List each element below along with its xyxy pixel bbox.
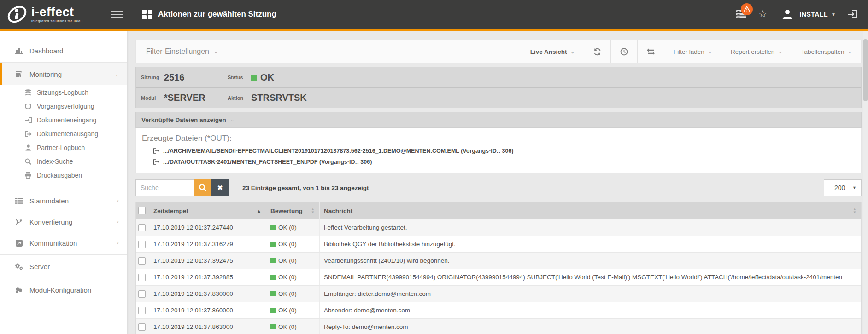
column-header-bewertung[interactable]: Bewertung ▲▼ bbox=[266, 202, 320, 219]
sidebar-item-server[interactable]: Server bbox=[0, 256, 127, 277]
table-header-row: Zeitstempel ▲ Bewertung ▲▼ Nachricht ▲▼ bbox=[136, 202, 861, 219]
file-link[interactable]: .../DATA/OUT/TASK-2401/MENTEN_FACTSHEET_… bbox=[153, 159, 861, 165]
sidebar-item-stammdaten[interactable]: Stammdaten ‹ bbox=[0, 190, 127, 211]
generated-files-panel: Erzeugte Dateien (*OUT): .../ARCHIVE/EMA… bbox=[135, 128, 862, 173]
divider bbox=[0, 278, 127, 278]
chevron-down-icon: ⌄ bbox=[230, 117, 234, 122]
cell-rating: OK (0) bbox=[266, 269, 320, 285]
sidebar-item-label: Stammdaten bbox=[29, 197, 69, 205]
sidebar-subitem-partner-logbuch[interactable]: Partner-Logbuch bbox=[0, 141, 127, 155]
row-checkbox[interactable] bbox=[138, 323, 146, 331]
sidebar-item-monitoring[interactable]: Monitoring ⌄ bbox=[0, 63, 127, 85]
row-checkbox[interactable] bbox=[138, 290, 146, 298]
generated-files-heading: Erzeugte Dateien (*OUT): bbox=[142, 134, 861, 143]
log-table: Zeitstempel ▲ Bewertung ▲▼ Nachricht ▲▼ … bbox=[135, 202, 862, 334]
favorites-button[interactable]: ☆ bbox=[758, 8, 768, 20]
ieffect-swoosh-icon bbox=[6, 5, 28, 24]
create-report-button[interactable]: Report erstellen ⌄ bbox=[721, 40, 792, 63]
sidebar-subitem-vorgangsverfolgung[interactable]: Vorgangsverfolgung bbox=[0, 99, 127, 113]
hamburger-icon[interactable] bbox=[111, 9, 123, 20]
list-icon bbox=[14, 198, 23, 204]
sign-in-icon bbox=[24, 117, 32, 123]
sort-asc-icon[interactable]: ▲ bbox=[257, 208, 261, 213]
cell-rating: OK (0) bbox=[266, 219, 320, 236]
app-logo[interactable]: i-effect integrated solutions for IBM i bbox=[0, 5, 90, 24]
table-row[interactable]: 17.10.2019 12:01:37.863000 OK (0) Reply-… bbox=[136, 318, 861, 334]
user-menu[interactable]: INSTALL ▼ bbox=[781, 8, 836, 20]
page-size-select[interactable]: 200 ▼ bbox=[824, 179, 862, 196]
row-checkbox[interactable] bbox=[138, 224, 146, 231]
modul-label: Modul bbox=[141, 95, 164, 101]
exchange-icon bbox=[647, 48, 655, 55]
export-file-icon bbox=[153, 159, 159, 165]
linked-files-toggle[interactable]: Verknüpfte Dateien anzeigen ⌄ bbox=[135, 112, 862, 128]
history-button[interactable] bbox=[610, 40, 637, 63]
alert-badge-icon[interactable] bbox=[741, 3, 753, 15]
sidebar-item-kommunikation[interactable]: Kommunikation ‹ bbox=[0, 232, 127, 253]
sidebar-subitem-sitzungs-logbuch[interactable]: Sitzungs-Logbuch bbox=[0, 86, 127, 99]
sort-icons[interactable]: ▲▼ bbox=[853, 207, 856, 214]
column-header-zeitstempel[interactable]: Zeitstempel ▲ bbox=[148, 202, 266, 219]
vertical-scrollbar[interactable] bbox=[863, 31, 868, 334]
cell-message: Empfänger: dieter.demo@menten.com bbox=[320, 286, 861, 302]
close-icon: ✖ bbox=[217, 184, 223, 191]
sidebar-subitem-dokumentenausgang[interactable]: Dokumentenausgang bbox=[0, 127, 127, 141]
select-all-checkbox[interactable] bbox=[138, 207, 146, 214]
row-checkbox[interactable] bbox=[138, 257, 146, 265]
filter-settings-label: Filter-Einstellungen bbox=[146, 47, 209, 56]
table-row[interactable]: 17.10.2019 12:01:37.860000 OK (0) Absend… bbox=[136, 302, 861, 318]
code-branch-icon bbox=[14, 219, 23, 225]
file-link[interactable]: .../ARCHIVE/EMAIL/SEND/I-EFFECTMAILCLIEN… bbox=[153, 148, 861, 154]
search-input[interactable] bbox=[135, 179, 194, 196]
filter-settings-toggle[interactable]: Filter-Einstellungen ⌄ bbox=[136, 40, 218, 63]
gears-icon bbox=[14, 263, 23, 270]
cell-rating: OK (0) bbox=[266, 286, 320, 302]
export-file-icon bbox=[153, 148, 159, 154]
sidebar-subitem-druckausgaben[interactable]: Druckausgaben bbox=[0, 168, 127, 182]
clear-search-button[interactable]: ✖ bbox=[211, 179, 229, 196]
refresh-button[interactable] bbox=[584, 40, 610, 63]
sort-icons[interactable]: ▲▼ bbox=[311, 207, 315, 214]
cell-rating: OK (0) bbox=[266, 319, 320, 334]
sidebar-item-konvertierung[interactable]: Konvertierung ‹ bbox=[0, 211, 127, 232]
table-row[interactable]: 17.10.2019 12:01:37.830000 OK (0) Empfän… bbox=[136, 285, 861, 302]
live-view-button[interactable]: Live Ansicht ⌄ bbox=[521, 40, 584, 63]
cell-timestamp: 17.10.2019 12:01:37.863000 bbox=[148, 319, 266, 334]
sidebar-item-modul-konfiguration[interactable]: Modul-Konfiguration bbox=[0, 279, 127, 300]
sidebar-subitem-dokumenteneingang[interactable]: Dokumenteneingang bbox=[0, 113, 127, 127]
search-icon bbox=[199, 184, 206, 191]
table-row[interactable]: 17.10.2019 12:01:37.316279 OK (0) Biblio… bbox=[136, 236, 861, 252]
row-checkbox[interactable] bbox=[138, 274, 146, 281]
row-checkbox[interactable] bbox=[138, 307, 146, 314]
row-checkbox[interactable] bbox=[138, 241, 146, 248]
divider bbox=[0, 62, 127, 63]
scrollbar-thumb[interactable] bbox=[863, 39, 868, 101]
chevron-down-icon: ⌄ bbox=[848, 49, 852, 54]
sidebar-item-label: Modul-Konfiguration bbox=[29, 286, 91, 294]
load-filter-button[interactable]: Filter laden ⌄ bbox=[664, 40, 721, 63]
sign-out-icon bbox=[24, 131, 32, 137]
sidebar-item-label: Konvertierung bbox=[29, 218, 72, 226]
logout-button[interactable] bbox=[848, 9, 858, 19]
table-row[interactable]: 17.10.2019 12:01:37.392475 OK (0) Vearbe… bbox=[136, 252, 861, 269]
ok-square-icon bbox=[270, 291, 276, 296]
result-summary: 23 Einträge gesamt, von 1 bis 23 angezei… bbox=[242, 184, 369, 191]
table-row[interactable]: 17.10.2019 12:01:37.392885 OK (0) SNDEMA… bbox=[136, 269, 861, 285]
ok-square-icon bbox=[270, 308, 276, 313]
logout-icon bbox=[848, 9, 858, 19]
cell-message: Reply-To: demo@menten.com bbox=[320, 319, 861, 334]
search-button[interactable] bbox=[194, 179, 211, 196]
table-row[interactable]: 17.10.2019 12:01:37.247440 OK (0) i-effe… bbox=[136, 219, 861, 236]
sidebar-item-dashboard[interactable]: Dashboard bbox=[0, 40, 127, 61]
cell-message: Absender: demo@menten.com bbox=[320, 302, 861, 318]
chevron-down-icon: ⌄ bbox=[778, 49, 782, 54]
sidebar-subitem-index-suche[interactable]: Index-Suche bbox=[0, 155, 127, 168]
exchange-button[interactable] bbox=[637, 40, 664, 63]
column-header-nachricht[interactable]: Nachricht ▲▼ bbox=[320, 202, 861, 219]
chevron-down-icon: ⌄ bbox=[115, 71, 119, 77]
divider bbox=[0, 254, 127, 255]
server-status-button[interactable] bbox=[736, 10, 746, 19]
cell-message: i-effect Verarbeitung gestartet. bbox=[320, 219, 861, 236]
chevron-left-icon: ‹ bbox=[117, 198, 119, 203]
table-columns-button[interactable]: Tabellenspalten ⌄ bbox=[792, 40, 861, 63]
